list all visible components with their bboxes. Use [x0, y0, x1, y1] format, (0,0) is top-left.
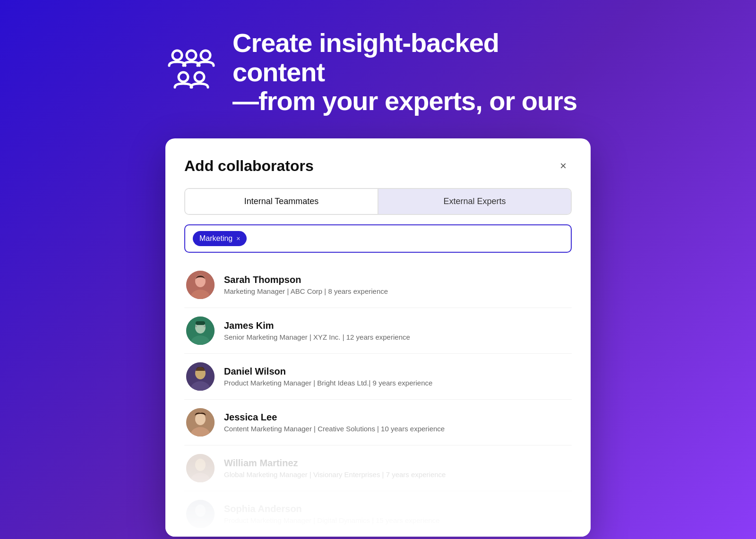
svg-point-2: [201, 51, 210, 60]
svg-point-0: [172, 51, 182, 60]
avatar-jessica-lee: [186, 408, 215, 436]
person-info-jessica-lee: Jessica Lee Content Marketing Manager | …: [224, 412, 445, 433]
person-detail: Content Marketing Manager | Creative Sol…: [224, 425, 445, 433]
dialog-header: Add collaborators ×: [184, 157, 572, 175]
svg-rect-14: [196, 325, 205, 326]
person-item-sophia-anderson[interactable]: Sophia Anderson Product Marketing Manage…: [184, 491, 572, 537]
person-info-sarah-thompson: Sarah Thompson Marketing Manager | ABC C…: [224, 274, 388, 295]
avatar-sophia-anderson: [186, 500, 215, 528]
person-item-jessica-lee[interactable]: Jessica Lee Content Marketing Manager | …: [184, 400, 572, 445]
search-box[interactable]: Marketing ×: [184, 224, 572, 253]
person-info-william-martinez: William Martinez Global Marketing Manage…: [224, 458, 446, 479]
person-item-william-martinez[interactable]: William Martinez Global Marketing Manage…: [184, 445, 572, 491]
svg-point-4: [195, 72, 204, 82]
person-name: Daniel Wilson: [224, 366, 432, 377]
person-item-sarah-thompson[interactable]: Sarah Thompson Marketing Manager | ABC C…: [184, 262, 572, 308]
person-detail: Global Marketing Manager | Visionary Ent…: [224, 471, 446, 479]
svg-point-1: [187, 51, 196, 60]
person-info-daniel-wilson: Daniel Wilson Product Marketing Manager …: [224, 366, 432, 387]
person-name: William Martinez: [224, 458, 446, 469]
person-detail: Product Marketing Manager | Bright Ideas…: [224, 379, 432, 387]
svg-point-19: [195, 413, 206, 425]
person-info-sophia-anderson: Sophia Anderson Product Marketing Manage…: [224, 504, 439, 524]
page-header: Create insight-backed content —from your…: [165, 0, 591, 138]
person-detail: Marketing Manager | ABC Corp | 8 years e…: [224, 287, 388, 295]
close-button[interactable]: ×: [555, 157, 572, 174]
person-name: James Kim: [224, 320, 410, 331]
person-info-james-kim: James Kim Senior Marketing Manager | XYZ…: [224, 320, 410, 341]
avatar-james-kim: [186, 317, 215, 345]
team-icon: [165, 45, 217, 99]
person-detail: Product Marketing Manager | Digital Dyna…: [224, 516, 439, 524]
tab-bar: Internal Teammates External Experts: [184, 188, 572, 215]
avatar-sarah-thompson: [186, 271, 215, 299]
tab-internal-teammates[interactable]: Internal Teammates: [185, 189, 378, 214]
svg-rect-11: [196, 321, 205, 325]
dialog-title: Add collaborators: [184, 157, 314, 175]
svg-point-3: [179, 72, 188, 82]
svg-point-25: [195, 505, 206, 517]
person-name: Sophia Anderson: [224, 504, 439, 514]
search-tag-label: Marketing: [199, 234, 232, 243]
people-list: Sarah Thompson Marketing Manager | ABC C…: [184, 262, 572, 537]
person-item-daniel-wilson[interactable]: Daniel Wilson Product Marketing Manager …: [184, 354, 572, 400]
add-collaborators-dialog: Add collaborators × Internal Teammates E…: [165, 138, 591, 537]
header-title: Create insight-backed content —from your…: [232, 28, 591, 116]
person-detail: Senior Marketing Manager | XYZ Inc. | 12…: [224, 333, 410, 341]
person-name: Sarah Thompson: [224, 274, 388, 285]
search-tag-close-icon[interactable]: ×: [236, 235, 240, 242]
svg-point-22: [195, 459, 206, 471]
person-item-james-kim[interactable]: James Kim Senior Marketing Manager | XYZ…: [184, 308, 572, 354]
search-tag-marketing: Marketing ×: [193, 231, 247, 246]
tab-external-experts[interactable]: External Experts: [378, 189, 571, 214]
person-name: Jessica Lee: [224, 412, 445, 423]
avatar-daniel-wilson: [186, 362, 215, 391]
avatar-william-martinez: [186, 454, 215, 482]
